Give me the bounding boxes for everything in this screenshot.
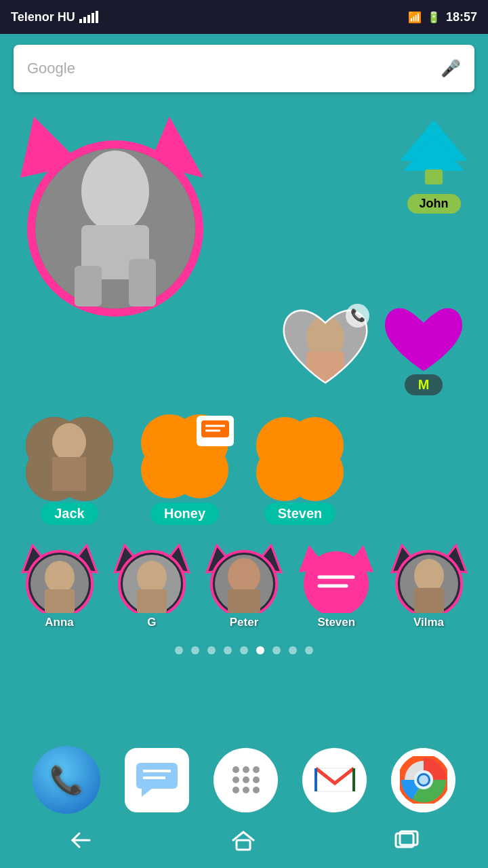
svg-rect-88	[237, 840, 250, 850]
dot-3	[207, 646, 216, 654]
john-contact[interactable]: John	[393, 117, 474, 214]
signal-bar-2	[83, 17, 86, 23]
wifi-icon: 📶	[408, 11, 422, 24]
svg-point-78	[253, 787, 260, 793]
svg-rect-8	[129, 259, 156, 307]
top-contacts-row: John	[14, 103, 474, 327]
svg-rect-66	[136, 763, 178, 789]
g-label: G	[147, 616, 156, 629]
svg-point-24	[52, 423, 86, 461]
jack-clover-svg	[14, 408, 125, 507]
svg-point-75	[253, 776, 260, 783]
svg-point-72	[253, 766, 260, 773]
svg-point-41	[45, 561, 75, 593]
svg-point-5	[81, 151, 149, 232]
home-icon	[230, 829, 256, 851]
messages-icon	[135, 762, 179, 799]
phone-icon: 📞	[49, 764, 83, 796]
phone-heart-contact[interactable]: 📞	[278, 300, 373, 395]
carrier-info: Telenor HU	[11, 10, 98, 24]
svg-rect-42	[45, 589, 75, 613]
steven-cat-svg	[296, 535, 377, 613]
m-label: M	[418, 377, 430, 392]
recents-button[interactable]	[380, 823, 433, 862]
phone-dock-icon[interactable]: 📞	[33, 746, 100, 814]
honey-contact[interactable]: Honey	[129, 406, 241, 525]
dot-7	[272, 646, 281, 654]
m-contact[interactable]: M	[380, 300, 468, 395]
dot-9	[305, 646, 313, 654]
jack-label-bg: Jack	[41, 502, 98, 525]
battery-icon: 🔋	[427, 11, 441, 24]
navigation-bar	[0, 817, 488, 868]
apps-icon	[229, 763, 263, 797]
m-label-bg: M	[405, 374, 443, 395]
back-button[interactable]	[56, 823, 106, 862]
svg-point-47	[137, 561, 167, 593]
svg-rect-54	[228, 589, 260, 613]
main-cat-contact[interactable]	[14, 103, 217, 327]
svg-rect-14	[306, 351, 344, 382]
cat-contacts-row: Anna G Peter	[14, 535, 474, 629]
dot-8	[289, 646, 297, 654]
microphone-icon[interactable]: 🎤	[441, 59, 461, 78]
vilma-cat-svg	[388, 535, 470, 613]
svg-point-71	[243, 766, 249, 773]
vilma-label: Vilma	[413, 616, 444, 629]
back-icon	[69, 830, 93, 850]
signal-bar-5	[96, 11, 98, 23]
recents-icon	[394, 830, 420, 850]
signal-bar-4	[92, 13, 94, 23]
svg-point-36	[287, 444, 344, 501]
apps-grid-icon[interactable]	[214, 748, 278, 812]
vilma-contact[interactable]: Vilma	[386, 535, 471, 629]
peter-contact[interactable]: Peter	[202, 535, 287, 629]
steven-clover-contact[interactable]: Steven	[244, 408, 356, 525]
magenta-heart-svg	[380, 300, 468, 378]
signal-bar-1	[79, 19, 82, 23]
dot-5	[240, 646, 248, 654]
steven-cat-contact[interactable]: Steven	[294, 535, 379, 629]
phone-overlay-icon: 📞	[346, 304, 369, 328]
message-icon-svg	[200, 419, 230, 443]
steven-clover-label: Steven	[278, 506, 323, 521]
app-dock: 📞	[0, 746, 488, 814]
john-label[interactable]: John	[407, 194, 461, 214]
svg-rect-65	[414, 588, 444, 613]
svg-rect-11	[425, 170, 443, 184]
chrome-dock-icon[interactable]	[391, 748, 455, 812]
clock: 18:57	[446, 10, 477, 24]
google-search-bar[interactable]: Google 🎤	[14, 45, 474, 92]
dot-6	[256, 646, 264, 654]
status-bar: Telenor HU 📶 🔋 18:57	[0, 0, 488, 34]
svg-point-76	[232, 787, 239, 793]
g-contact[interactable]: G	[109, 535, 194, 629]
svg-rect-48	[137, 589, 167, 613]
cat-frame-svg	[14, 103, 217, 327]
svg-point-29	[171, 441, 228, 498]
signal-bars	[79, 11, 98, 23]
carrier-name: Telenor HU	[11, 10, 75, 24]
message-overlay-icon	[197, 416, 234, 446]
anna-label: Anna	[45, 616, 74, 629]
messages-dock-icon[interactable]	[125, 748, 189, 812]
jack-contact[interactable]: Jack	[14, 408, 125, 525]
signal-bar-3	[87, 15, 90, 23]
anna-cat-svg	[19, 535, 100, 613]
svg-rect-25	[52, 457, 86, 491]
home-screen-content: John 📞	[0, 103, 488, 654]
svg-point-86	[419, 775, 428, 785]
svg-point-53	[228, 558, 260, 593]
svg-marker-67	[142, 789, 152, 797]
svg-point-77	[243, 787, 249, 793]
svg-point-70	[232, 766, 239, 773]
anna-contact[interactable]: Anna	[17, 535, 102, 629]
svg-point-64	[414, 559, 444, 593]
dot-4	[224, 646, 232, 654]
clover-contacts-row: Jack	[14, 406, 474, 525]
home-button[interactable]	[217, 823, 270, 863]
tree-icon	[393, 117, 474, 191]
status-right: 📶 🔋 18:57	[408, 10, 477, 24]
gmail-dock-icon[interactable]	[302, 748, 367, 812]
steven-clover-label-bg: Steven	[264, 502, 336, 525]
